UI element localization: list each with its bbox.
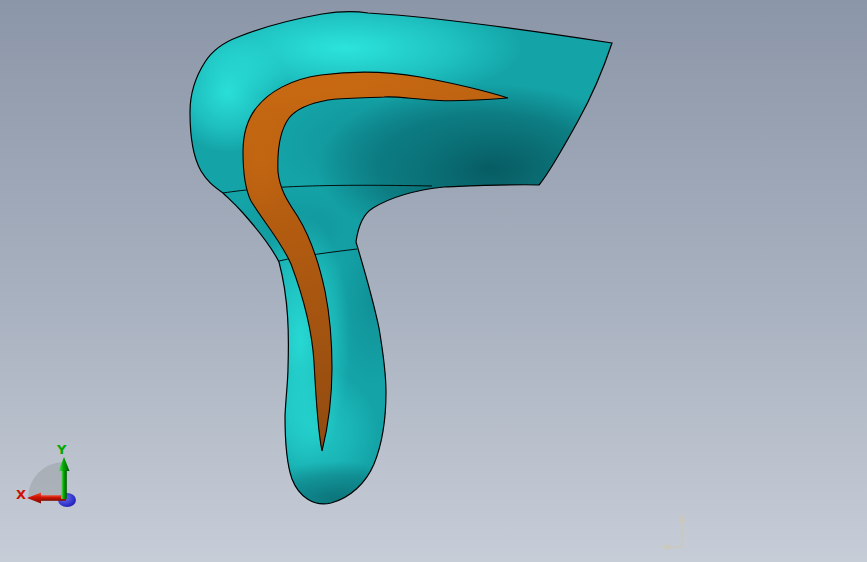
x-axis-label: X	[16, 487, 26, 502]
y-axis-label: Y	[56, 442, 67, 457]
cad-viewport[interactable]: X Y	[0, 0, 867, 562]
cad-scene[interactable]: X Y	[0, 0, 867, 562]
